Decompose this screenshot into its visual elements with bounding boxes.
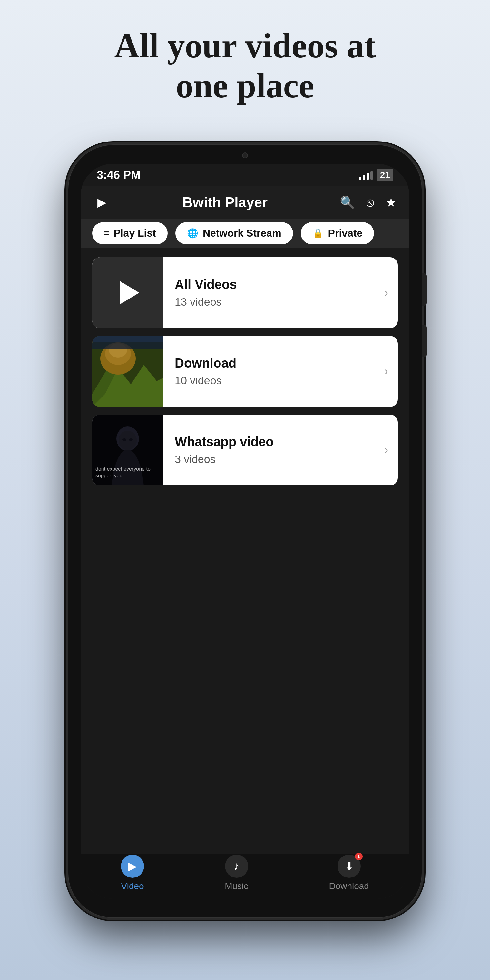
page-headline: All your videos at one place [100, 26, 390, 106]
content-area: All Videos 13 videos › [81, 248, 409, 854]
app-logo-play-icon [94, 194, 110, 211]
lock-icon: 🔒 [312, 228, 324, 239]
folder-count-download: 10 videos [175, 374, 373, 387]
folder-download[interactable]: Download 10 videos › [92, 336, 398, 407]
folder-name-whatsapp: Whatsapp video [175, 434, 373, 449]
side-button-bottom [422, 325, 427, 357]
phone-mockup: 3:46 PM 21 Bwith Player 🔍 ⎋ ★ [68, 145, 422, 918]
folder-info-download: Download 10 videos [163, 356, 384, 387]
folder-thumb-download [92, 336, 163, 407]
whatsapp-thumb-text: dont expect everyone to support you [95, 466, 160, 479]
svg-rect-7 [92, 336, 163, 342]
status-icons: 21 [359, 169, 393, 181]
status-bar: 3:46 PM 21 [81, 164, 409, 186]
nav-label-download: Download [329, 881, 369, 891]
phone-screen: 3:46 PM 21 Bwith Player 🔍 ⎋ ★ [81, 164, 409, 899]
tab-network-label: Network Stream [203, 227, 282, 239]
svg-point-10 [119, 431, 137, 450]
nav-label-video: Video [121, 881, 144, 891]
music-nav-icon: ♪ [225, 854, 248, 878]
svg-point-11 [123, 438, 126, 441]
battery-icon: 21 [377, 169, 393, 181]
tab-network-stream[interactable]: 🌐 Network Stream [175, 222, 293, 244]
download-badge: 1 [355, 853, 363, 861]
folder-thumb-whatsapp: dont expect everyone to support you [92, 415, 163, 485]
folder-thumb-all-videos [92, 257, 163, 328]
app-title: Bwith Player [120, 194, 330, 210]
status-time: 3:46 PM [97, 168, 140, 182]
nav-label-music: Music [225, 881, 248, 891]
globe-icon: 🌐 [187, 228, 198, 239]
tab-private-label: Private [328, 227, 363, 239]
folder-all-videos[interactable]: All Videos 13 videos › [92, 257, 398, 328]
folder-whatsapp[interactable]: dont expect everyone to support you What… [92, 415, 398, 485]
playlist-icon: ≡ [104, 228, 109, 238]
folder-name-download: Download [175, 356, 373, 371]
play-icon [120, 281, 139, 304]
chevron-right-icon: › [384, 286, 398, 299]
tab-bar: ≡ Play List 🌐 Network Stream 🔒 Private [81, 219, 409, 248]
folder-name-all-videos: All Videos [175, 277, 373, 292]
share-icon[interactable]: ⎋ [366, 196, 374, 210]
app-header: Bwith Player 🔍 ⎋ ★ [81, 186, 409, 219]
search-icon[interactable]: 🔍 [340, 196, 355, 210]
folder-info-whatsapp: Whatsapp video 3 videos [163, 434, 384, 466]
tab-playlist-label: Play List [113, 227, 156, 239]
side-button-top [422, 274, 427, 305]
nav-item-video[interactable]: ▶ Video [121, 854, 144, 891]
chevron-right-icon-download: › [384, 364, 398, 378]
folder-count-whatsapp: 3 videos [175, 453, 373, 466]
tab-private[interactable]: 🔒 Private [301, 222, 374, 244]
download-nav-icon: ⬇ 1 [337, 854, 361, 878]
chevron-right-icon-whatsapp: › [384, 443, 398, 457]
signal-icon [359, 170, 373, 180]
phone-camera-area [213, 151, 277, 160]
folder-info-all-videos: All Videos 13 videos [163, 277, 384, 308]
video-nav-icon: ▶ [121, 854, 144, 878]
camera-dot [242, 153, 248, 158]
nav-item-download[interactable]: ⬇ 1 Download [329, 854, 369, 891]
favorites-icon[interactable]: ★ [385, 196, 396, 210]
svg-point-12 [129, 438, 133, 441]
nav-item-music[interactable]: ♪ Music [225, 854, 248, 891]
bottom-nav: ▶ Video ♪ Music ⬇ 1 Download [81, 854, 409, 899]
header-actions: 🔍 ⎋ ★ [340, 196, 396, 210]
tab-playlist[interactable]: ≡ Play List [92, 222, 168, 244]
folder-count-all-videos: 13 videos [175, 296, 373, 308]
